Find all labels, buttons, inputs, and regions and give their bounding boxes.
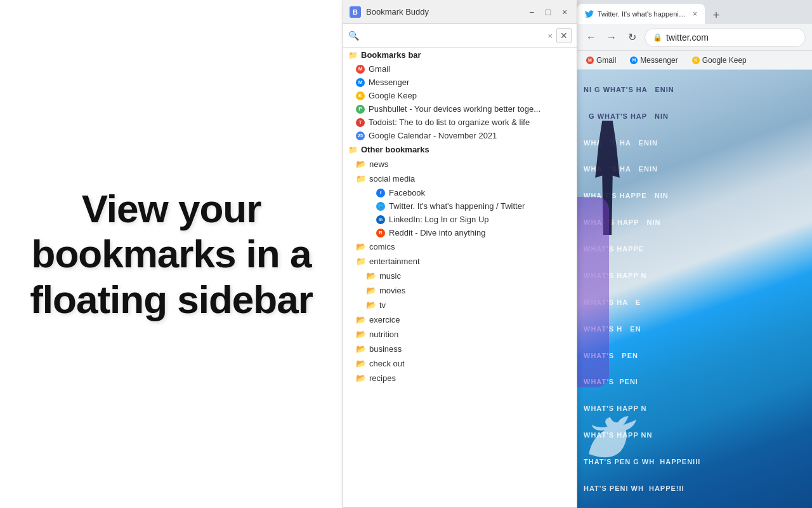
address-box[interactable]: 🔒 twitter.com <box>645 28 806 47</box>
search-x-button[interactable]: ✕ <box>556 28 572 43</box>
music-label: music <box>379 271 401 281</box>
exercice-folder[interactable]: 📂 exercice <box>343 312 577 327</box>
browser-bm-keep[interactable]: K Google Keep <box>690 55 749 66</box>
popup-title: Bookmark Buddy <box>366 7 521 17</box>
filled-folder-icon: 📂 <box>366 300 376 310</box>
tw-line: WHAT'S PEN <box>584 351 806 360</box>
list-item[interactable]: K Google Keep <box>343 89 577 102</box>
close-button[interactable]: × <box>559 6 570 18</box>
search-clear-icon[interactable]: × <box>547 31 553 41</box>
address-text: twitter.com <box>666 32 709 43</box>
tab-title: Twitter. It's what's happening / T <box>598 10 686 18</box>
reddit-label: Reddit - Dive into anything <box>389 228 485 237</box>
entertainment-label: entertainment <box>369 257 420 266</box>
filled-folder-icon: 📂 <box>356 159 366 169</box>
list-item[interactable]: f Facebook <box>343 186 577 199</box>
forward-button[interactable]: → <box>604 30 619 45</box>
other-bookmarks-label: Other bookmarks <box>361 145 429 154</box>
search-input[interactable] <box>363 31 544 41</box>
list-item[interactable]: T Todoist: The to do list to organize wo… <box>343 116 577 129</box>
messenger-favicon: M <box>356 78 365 87</box>
list-item[interactable]: R Reddit - Dive into anything <box>343 226 577 239</box>
facebook-favicon: f <box>376 189 385 197</box>
tw-line: WHAT'S HAPPE <box>584 244 806 253</box>
messenger-bm-icon: M <box>630 57 638 64</box>
active-tab[interactable]: Twitter. It's what's happening / T × <box>577 4 705 24</box>
tv-folder[interactable]: 📂 tv <box>343 298 577 312</box>
nutrition-folder[interactable]: 📂 nutrition <box>343 327 577 342</box>
checkout-folder[interactable]: 📂 check out <box>343 356 577 371</box>
comics-label: comics <box>369 242 395 251</box>
list-item[interactable]: M Messenger <box>343 76 577 89</box>
tw-line: WHA 'S HAPP NIN <box>584 218 806 227</box>
browser-bm-gmail[interactable]: M Gmail <box>584 55 619 66</box>
tw-line: WHAT'S HA E <box>584 298 806 307</box>
tw-line: WHA 'S HA ENIN <box>584 138 806 147</box>
linkedin-favicon: in <box>376 215 385 224</box>
filled-folder-icon: 📂 <box>366 286 376 295</box>
google-keep-label: Google Keep <box>369 91 417 100</box>
tw-line: WHAT'S PENI <box>584 377 806 386</box>
recipes-folder[interactable]: 📂 recipes <box>343 371 577 385</box>
gcal-favicon: 25 <box>356 131 365 140</box>
folder-icon: 📁 <box>348 145 358 154</box>
tw-line: G WHAT'S HAP NIN <box>584 112 806 121</box>
filled-folder-icon: 📂 <box>356 242 366 251</box>
right-area: B Bookmark Buddy − □ × 🔍 × ✕ 📁 Bookmarks… <box>343 0 812 508</box>
exercice-label: exercice <box>369 315 400 324</box>
tab-close-button[interactable]: × <box>693 10 697 18</box>
list-item[interactable]: P Pushbullet - Your devices working bett… <box>343 102 577 116</box>
title-bar: B Bookmark Buddy − □ × <box>343 0 577 24</box>
twitter-favicon: 🐦 <box>376 202 385 211</box>
social-media-folder[interactable]: 📁 social media <box>343 171 577 186</box>
twitter-tab-icon <box>585 10 594 18</box>
browser-bm-messenger[interactable]: M Messenger <box>627 55 680 66</box>
movies-folder[interactable]: 📂 movies <box>343 283 577 298</box>
bookmark-buddy-icon: B <box>350 6 361 18</box>
minimize-button[interactable]: − <box>526 6 537 18</box>
tv-label: tv <box>379 300 386 310</box>
news-folder[interactable]: 📂 news <box>343 157 577 171</box>
tw-line: WHAT'S HAPP N <box>584 271 806 280</box>
gmail-bm-icon: M <box>586 57 594 64</box>
pushbullet-favicon: P <box>356 105 365 114</box>
linkedin-label: LinkedIn: Log In or Sign Up <box>389 215 489 224</box>
tab-bar: Twitter. It's what's happening / T × + <box>577 0 812 24</box>
filled-folder-icon: 📂 <box>356 359 366 368</box>
list-item[interactable]: in LinkedIn: Log In or Sign Up <box>343 213 577 226</box>
recipes-label: recipes <box>369 373 396 383</box>
entertainment-folder[interactable]: 📁 entertainment <box>343 254 577 269</box>
twitter-preview: NI G WHAT'S HA ENIN G WHAT'S HAP NIN WHA… <box>577 70 812 508</box>
address-bar: ← → ↻ 🔒 twitter.com <box>577 24 812 51</box>
comics-folder[interactable]: 📂 comics <box>343 239 577 254</box>
twitter-bird-silhouette <box>584 400 647 476</box>
twitter-label: Twitter. It's what's happening / Twitter <box>389 201 525 211</box>
promo-text: View your bookmarks in a floating sideba… <box>0 186 343 322</box>
gmail-label: Gmail <box>369 64 390 74</box>
bookmarks-bar-label: Bookmarks bar <box>361 50 421 60</box>
tw-line: WHAT'S H EN <box>584 324 806 333</box>
facebook-label: Facebook <box>389 188 425 197</box>
gcal-label: Google Calendar - November 2021 <box>369 131 497 140</box>
filled-folder-icon: 📂 <box>356 344 366 354</box>
tw-line: NI G WHAT'S HA ENIN <box>584 85 806 94</box>
movies-label: movies <box>379 286 405 295</box>
maximize-button[interactable]: □ <box>542 6 554 18</box>
keep-bm-icon: K <box>692 57 700 64</box>
refresh-button[interactable]: ↻ <box>624 30 639 45</box>
pushbullet-label: Pushbullet - Your devices working better… <box>369 104 540 114</box>
back-button[interactable]: ← <box>584 30 599 45</box>
folder-icon: 📁 <box>348 51 358 60</box>
filled-folder-icon: 📂 <box>356 330 366 339</box>
new-tab-button[interactable]: + <box>707 6 725 24</box>
business-folder[interactable]: 📂 business <box>343 342 577 356</box>
list-item[interactable]: M Gmail <box>343 62 577 76</box>
list-item[interactable]: 🐦 Twitter. It's what's happening / Twitt… <box>343 199 577 213</box>
music-folder[interactable]: 📂 music <box>343 269 577 283</box>
list-item[interactable]: 25 Google Calendar - November 2021 <box>343 129 577 142</box>
todoist-favicon: T <box>356 118 365 127</box>
google-keep-favicon: K <box>356 91 365 100</box>
bookmark-popup: B Bookmark Buddy − □ × 🔍 × ✕ 📁 Bookmarks… <box>343 0 577 508</box>
browser-bookmarks-bar: M Gmail M Messenger K Google Keep <box>577 51 812 70</box>
folder-icon: 📁 <box>356 174 366 184</box>
